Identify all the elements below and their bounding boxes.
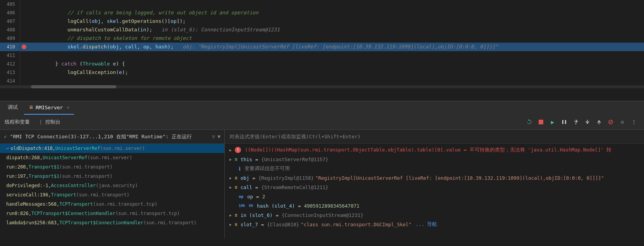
var-eq-slot7: = — [261, 222, 264, 227]
more-button[interactable]: ⋮ — [629, 117, 639, 127]
clear-button[interactable]: ⊘ — [617, 117, 628, 127]
code-content-406: // if calls are being logged, write out … — [28, 9, 258, 17]
expand-arrow-slot7[interactable]: ▶ — [229, 222, 232, 227]
frame-item-4[interactable]: doPrivileged:-1, AccessController (java.… — [0, 181, 224, 190]
step-into-button[interactable] — [582, 117, 593, 127]
frame-pkg-3: (sun.rmi.transport) — [59, 174, 112, 179]
frame-pkg-1: (sun.rmi.server) — [88, 155, 133, 160]
code-content-407: logCall(obj, skel.getOperations()[op]); — [28, 17, 186, 26]
frame-item-0[interactable]: ↩ oldDispatch:410, UnicastServerRef (sun… — [0, 144, 224, 153]
frame-name-6: handleMessages:568, — [6, 201, 59, 207]
expand-arrow-error[interactable]: ▶ — [229, 148, 232, 152]
var-eq-hash: = — [298, 203, 301, 209]
code-content-412: } catch (Throwable e) { — [28, 60, 125, 68]
var-nav-slot7[interactable]: ... 导航 — [415, 221, 437, 228]
op-icon: op — [239, 194, 243, 199]
mute-button[interactable] — [605, 117, 616, 127]
frame-item-6[interactable]: handleMessages:568, TCPTransport (sun.rm… — [0, 200, 224, 209]
line-num-407: 407 — [0, 17, 20, 26]
line-num-409: 409 — [0, 34, 20, 43]
var-item-in[interactable]: ▶ ≡ in (slot_6) = {ConnectionInputStream… — [225, 210, 644, 220]
ref-icon-in: ≡ — [235, 213, 238, 218]
frame-item-2[interactable]: run:200, Transport$1 (sun.rmi.transport) — [0, 162, 224, 172]
gutter-413 — [20, 68, 28, 77]
line-num-414: 414 — [0, 77, 20, 85]
line-num-411: 411 — [0, 51, 20, 60]
step-out-button[interactable] — [594, 117, 604, 127]
eval-bar[interactable]: 对表达式求值(Enter)或添加监视(Ctrl+Shift+Enter) — [225, 130, 644, 144]
line-num-408: 408 — [0, 26, 20, 34]
svg-rect-0 — [539, 120, 543, 124]
var-key-call: call — [241, 184, 252, 190]
line-num-406: 406 — [0, 9, 20, 17]
tab-close-button[interactable]: ✕ — [67, 105, 69, 110]
var-item-this[interactable]: ▶ ≡ this = {UnicastServerRef@1157} — [225, 155, 644, 164]
code-line-406: 406 // if calls are being logged, write … — [0, 9, 644, 17]
variables-list: ▶ ! ((Node[])((HashMap)sun.rmi.transport… — [225, 144, 644, 238]
stop-button[interactable] — [536, 117, 546, 127]
horizontal-scrollbar[interactable] — [0, 85, 644, 88]
tab-debug-label: 调试 — [8, 104, 18, 111]
var-val-hash: 4905912898345647071 — [304, 203, 359, 209]
frame-class-4: AccessController — [51, 183, 96, 188]
var-item-hash[interactable]: 10δ δδ hash (slot_4) = 49059128983456470… — [225, 201, 644, 210]
pause-button[interactable] — [559, 117, 570, 127]
code-line-409: 409 // dispatch to skeleton for remote o… — [0, 34, 644, 43]
gutter-414 — [20, 77, 28, 85]
var-key-op: op — [247, 194, 253, 200]
frame-item-8[interactable]: lambda$run$256:683, TCPTransport$Connect… — [0, 218, 224, 227]
var-val-slot7-str: "class sun.rmi.transport.DGCImpl_Skel" — [301, 222, 412, 227]
frame-name-1: dispatch:268, — [6, 155, 43, 160]
frame-class-0: UnicastServerRef — [55, 146, 100, 151]
var-item-slot7[interactable]: ▶ ≡ slot_7 = {Class@810} "class sun.rmi.… — [225, 220, 644, 229]
frame-item-3[interactable]: run:197, Transport$1 (sun.rmi.transport) — [0, 172, 224, 181]
code-line-411: 411 — [0, 51, 644, 60]
var-key-in: in (slot_6) — [241, 212, 273, 218]
frame-pkg-8: (sun.rmi.transport) — [143, 220, 196, 225]
line-num-412: 412 — [0, 60, 20, 68]
var-key-slot7: slot_7 — [241, 222, 258, 227]
tab-rmiserver[interactable]: 🖥 RMIServer ✕ — [24, 101, 74, 115]
var-eq-op: = — [256, 194, 259, 200]
var-eq-call: = — [255, 184, 258, 190]
expand-arrow-obj[interactable]: ▶ — [229, 176, 232, 180]
gutter-410 — [20, 43, 28, 51]
toolbar-sep-1: | — [39, 119, 42, 125]
code-line-410: 410 skel.dispatch(obj, call, op, hash); … — [0, 43, 644, 51]
dropdown-icon[interactable]: ▼ — [217, 134, 220, 139]
scroll-thumb[interactable] — [31, 85, 116, 88]
step-over-button[interactable] — [570, 117, 581, 127]
frame-class-8: TCPTransport$ConnectionHandler — [59, 220, 143, 225]
hash-icon2: δδ — [249, 204, 253, 208]
tab-debug[interactable]: 调试 — [3, 101, 22, 115]
var-item-call[interactable]: ▶ ≡ call = {StreamRemoteCall@1211} — [225, 182, 644, 192]
expand-arrow-in[interactable]: ▶ — [229, 213, 232, 217]
frame-name-8: lambda$run$256:683, — [6, 220, 59, 225]
frame-name-3: run:197, — [6, 174, 29, 179]
gutter-407 — [20, 17, 28, 26]
var-key-obj: obj — [241, 175, 250, 181]
var-item-info: ℹ 变量调试信息不可用 — [225, 164, 644, 173]
ref-icon-obj: ≡ — [235, 175, 238, 181]
code-content-409: // dispatch to skeleton for remote objec… — [28, 34, 192, 43]
frame-pkg-0: (sun.rmi.server) — [100, 146, 145, 151]
var-item-op[interactable]: op op = 2 — [225, 192, 644, 201]
frame-name-4: doPrivileged:-1, — [6, 183, 51, 188]
expand-arrow-this[interactable]: ▶ — [229, 157, 232, 162]
var-item-error[interactable]: ▶ ! ((Node[])((HashMap)sun.rmi.transport… — [225, 145, 644, 155]
filter-icon[interactable]: ▽ — [212, 134, 215, 139]
console-label: 控制台 — [45, 119, 60, 126]
left-panel: ✓ "RMI TCP Connection(3)-127...1,210 在组"… — [0, 130, 225, 238]
var-val-obj-str: "RegistryImpl[UnicastServerRef [liveRef:… — [315, 175, 604, 181]
var-item-obj[interactable]: ▶ ≡ obj = {RegistryImpl@1158} "RegistryI… — [225, 173, 644, 182]
rerun-button[interactable] — [524, 117, 535, 127]
var-val-obj-ref: {RegistryImpl@1158} — [258, 175, 314, 181]
resume-button[interactable]: ▶ — [547, 117, 558, 127]
thread-name: "RMI TCP Connection(3)-127...1,210 在组"RM… — [10, 133, 192, 140]
frame-item-1[interactable]: dispatch:268, UnicastServerRef (sun.rmi.… — [0, 153, 224, 162]
frame-item-7[interactable]: run0:826, TCPTransport$ConnectionHandler… — [0, 209, 224, 218]
expand-arrow-call[interactable]: ▶ — [229, 185, 232, 189]
error-text: ((Node[])((HashMap)sun.rmi.transport.Obj… — [245, 147, 611, 153]
breakpoint-410[interactable] — [22, 45, 26, 49]
frame-item-5[interactable]: serviceCall:196, Transport (sun.rmi.tran… — [0, 190, 224, 200]
